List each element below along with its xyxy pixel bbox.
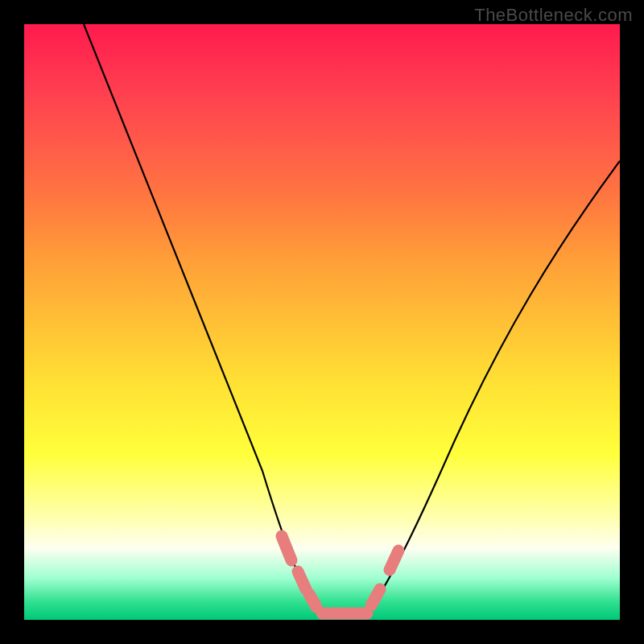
highlighted-segments: [282, 536, 398, 613]
bottleneck-curve: [84, 24, 620, 617]
watermark: TheBottleneck.com: [474, 5, 633, 26]
bottleneck-curve-svg: [24, 24, 620, 620]
chart-frame: TheBottleneck.com: [0, 0, 644, 644]
plot-area: [24, 24, 620, 620]
